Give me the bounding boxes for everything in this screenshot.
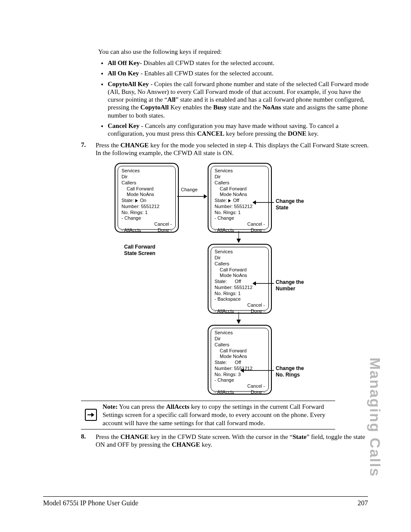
key-list: All Off Key- Disables all CFWD states fo…: [98, 59, 374, 138]
label-change-rings: Change the No. Rings: [276, 365, 304, 378]
svg-marker-5: [237, 239, 241, 243]
label-change-state: Change the State: [276, 198, 304, 211]
svg-marker-9: [237, 320, 241, 324]
svg-marker-11: [240, 368, 244, 373]
phone-screen-4: Services Dir Callers Call Forward Mode N…: [208, 325, 272, 395]
step-7-number: 7.: [81, 141, 96, 157]
svg-marker-3: [252, 200, 256, 205]
label-change-number: Change the Number: [276, 279, 304, 292]
intro-text: You can also use the following keys if r…: [98, 48, 374, 56]
bullet-all-on: All On Key - Enables all CFWD states for…: [108, 69, 374, 77]
arrow-change: [177, 194, 207, 199]
step-7: 7. Press the CHANGE key for the mode you…: [81, 141, 374, 157]
step-7-body: Press the CHANGE key for the mode you se…: [96, 141, 374, 157]
arrow-change-state: [252, 200, 274, 205]
label-cfss: Call Forward State Screen: [124, 244, 156, 256]
page-content: You can also use the following keys if r…: [81, 48, 374, 448]
phone-screen-1: Services Dir Callers Call Forward Mode N…: [115, 163, 179, 233]
svg-marker-1: [204, 194, 207, 199]
arrow-down-2: [236, 312, 241, 324]
phone-screen-3: Services Dir Callers Call Forward Mode N…: [208, 244, 272, 314]
cursor-icon: [228, 199, 231, 202]
bullet-cancel: Cancel Key - Cancels any configuration y…: [108, 122, 374, 138]
phone-screen-2: Services Dir Callers Call Forward Mode N…: [208, 163, 272, 233]
footer-left: Model 6755i IP Phone User Guide: [43, 499, 138, 507]
page-footer: Model 6755i IP Phone User Guide 207: [43, 496, 368, 507]
svg-marker-7: [252, 281, 256, 286]
footer-page-number: 207: [358, 499, 368, 507]
bullet-all-off: All Off Key- Disables all CFWD states fo…: [108, 59, 374, 67]
diagram: Services Dir Callers Call Forward Mode N…: [81, 159, 374, 439]
arrow-change-number: [252, 281, 274, 286]
arrow-change-rings: [240, 368, 274, 373]
arrow-down-1: [236, 231, 241, 243]
bullet-copytoall: CopytoAll Key - Copies the call forward …: [108, 80, 374, 119]
section-title-sidebar: Managing Calls: [367, 358, 383, 477]
label-change: Change: [181, 187, 198, 193]
cursor-icon: [135, 199, 138, 202]
